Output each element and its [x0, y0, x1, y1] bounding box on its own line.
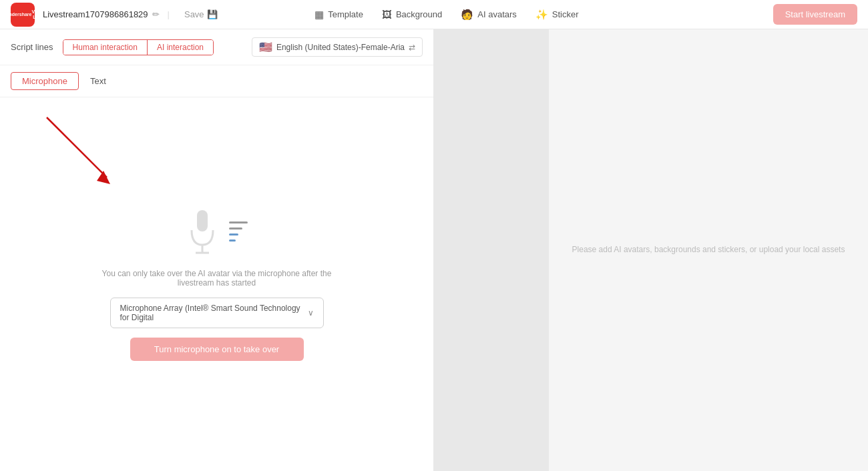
nav-template[interactable]: ▦ Template	[314, 9, 363, 21]
right-panel: Please add AI avatars, backgrounds and s…	[434, 29, 868, 471]
app-header: Wondershare Virbo Live Livestream1707986…	[0, 0, 868, 29]
nav-background-label: Background	[396, 9, 442, 19]
mic-icon-container	[186, 207, 248, 256]
nav-sticker[interactable]: ✨ Sticker	[535, 9, 579, 21]
language-label: English (United States)-Female-Aria	[276, 43, 405, 52]
preview-area: Please add AI avatars, backgrounds and s…	[434, 29, 868, 471]
canvas-area	[434, 29, 549, 471]
nav-ai-avatars[interactable]: 🧑 AI avatars	[461, 9, 517, 21]
logo-area: Wondershare Virbo Live	[11, 3, 35, 27]
left-panel: Script lines Human interaction AI intera…	[0, 29, 434, 471]
svg-marker-1	[97, 171, 110, 184]
language-selector[interactable]: 🇺🇸 English (United States)-Female-Aria ⇄	[252, 37, 423, 57]
script-bar: Script lines Human interaction AI intera…	[0, 29, 433, 65]
microphone-content-area: You can only take over the AI avatar via…	[0, 97, 433, 471]
save-button[interactable]: Save 💾	[184, 9, 218, 19]
nav-ai-avatars-label: AI avatars	[477, 9, 517, 19]
edit-icon[interactable]: ✏	[152, 9, 160, 19]
save-icon: 💾	[207, 9, 218, 19]
main-container: Script lines Human interaction AI intera…	[0, 29, 868, 471]
sticker-icon: ✨	[535, 9, 548, 21]
nav-sticker-label: Sticker	[552, 9, 579, 19]
microphone-dropdown[interactable]: Microphone Array (Intel® Smart Sound Tec…	[110, 298, 324, 328]
mic-hint-text: You can only take over the AI avatar via…	[90, 269, 344, 288]
sub-tab-text[interactable]: Text	[79, 72, 118, 90]
background-icon: 🖼	[382, 9, 392, 20]
sound-line-2	[229, 227, 242, 229]
template-icon: ▦	[314, 9, 324, 21]
flag-icon: 🇺🇸	[259, 41, 272, 53]
script-lines-label: Script lines	[11, 42, 53, 52]
microphone-dropdown-value: Microphone Array (Intel® Smart Sound Tec…	[120, 304, 308, 322]
tab-ai-interaction[interactable]: AI interaction	[147, 40, 213, 55]
language-chevron-icon: ⇄	[409, 43, 415, 52]
sound-line-3	[229, 233, 238, 235]
stream-name: Livestream1707986861829	[43, 9, 148, 19]
start-livestream-button[interactable]: Start livestream	[773, 4, 857, 25]
save-label: Save	[184, 9, 204, 19]
header-divider: |	[168, 9, 170, 19]
sub-tabs: Microphone Text	[0, 65, 433, 97]
svg-rect-2	[197, 210, 208, 231]
ai-avatars-icon: 🧑	[461, 9, 473, 21]
tab-human-interaction[interactable]: Human interaction	[63, 40, 147, 55]
app-logo-icon: Wondershare Virbo Live	[11, 3, 35, 27]
svg-line-0	[47, 117, 107, 177]
sound-line-1	[229, 221, 248, 223]
sound-line-4	[229, 240, 236, 242]
red-arrow	[27, 111, 120, 197]
microphone-icon	[186, 207, 218, 256]
chevron-down-icon: ∨	[308, 308, 314, 318]
interaction-tab-group: Human interaction AI interaction	[63, 39, 214, 55]
assets-area: Please add AI avatars, backgrounds and s…	[549, 29, 868, 471]
nav-background[interactable]: 🖼 Background	[382, 9, 442, 20]
sound-lines	[229, 221, 248, 242]
assets-placeholder-text: Please add AI avatars, backgrounds and s…	[572, 243, 845, 258]
sub-tab-microphone[interactable]: Microphone	[11, 72, 79, 90]
nav-template-label: Template	[328, 9, 363, 19]
mic-illustration	[186, 207, 248, 256]
main-nav: ▦ Template 🖼 Background 🧑 AI avatars ✨ S…	[314, 9, 578, 21]
takeover-button[interactable]: Turn microphone on to take over	[130, 338, 304, 361]
